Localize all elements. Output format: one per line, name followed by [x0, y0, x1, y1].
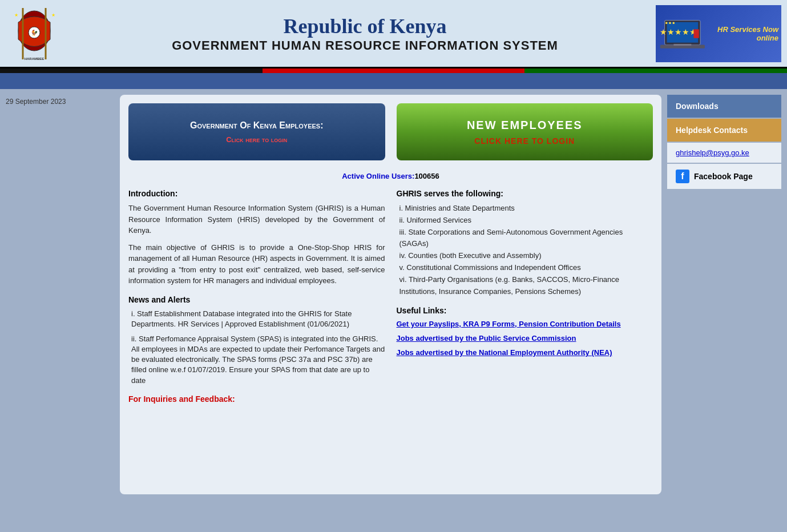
useful-links-title: Useful Links:: [397, 306, 653, 315]
system-title: GOVERNMENT HUMAN RESOURCE INFORMATION SY…: [74, 38, 656, 53]
list-item: i. Staff Establishment Database integrat…: [128, 309, 385, 329]
right-sidebar: Downloads Helpdesk Contacts ghrishelp@ps…: [667, 95, 781, 494]
helpdesk-button[interactable]: Helpdesk Contacts: [667, 119, 781, 142]
list-item: iv. Counties (both Executive and Assembl…: [397, 250, 653, 262]
svg-text:★: ★: [51, 13, 55, 18]
list-item: ii. Uniformed Services: [397, 215, 653, 227]
svg-text:★: ★: [14, 13, 18, 18]
list-item: iii. State Corporations and Semi-Autonom…: [397, 227, 653, 251]
coat-of-arms: 🐓 ★ ★ HARAMBEE: [6, 5, 63, 62]
content-area: Government Of Kenya Employees: Click her…: [120, 95, 661, 494]
facebook-label: Facebook Page: [694, 172, 753, 181]
news-title: News and Alerts: [128, 295, 385, 304]
right-column: GHRIS serves the following: i. Ministrie…: [397, 189, 653, 404]
flag-stripe: [0, 68, 787, 73]
list-item: ii. Staff Perfomance Appraisal System (S…: [128, 334, 385, 386]
left-column: Introduction: The Government Human Resou…: [128, 189, 385, 404]
date-label: 29 September 2023: [6, 95, 114, 108]
employee-login-title: Government Of Kenya Employees:: [190, 120, 323, 131]
svg-text:HARAMBEE: HARAMBEE: [25, 57, 45, 61]
banner-text: HR Services Now online: [709, 22, 781, 45]
list-item: vi. Third-Party Organisations (e.g. Bank…: [397, 274, 653, 298]
list-item: v. Constitutional Commissions and Indepe…: [397, 262, 653, 274]
intro-para1: The Government Human Resource Informatio…: [128, 203, 385, 236]
ghris-serves-title: GHRIS serves the following:: [397, 189, 653, 198]
active-users-label: Active Online Users:: [342, 172, 414, 180]
new-employee-click: CLICK HERE TO LOGIN: [474, 136, 575, 146]
inquiries-title: For Inquiries and Feedback:: [128, 394, 385, 404]
downloads-button[interactable]: Downloads: [667, 95, 781, 118]
serves-list: i. Ministries and State Departments ii. …: [397, 203, 653, 297]
new-employee-title: NEW EMPLOYEES: [467, 119, 583, 132]
payslips-link[interactable]: Get your Payslips, KRA P9 Forms, Pension…: [397, 320, 653, 328]
facebook-icon: f: [676, 170, 689, 183]
republic-title: Republic of Kenya: [74, 14, 656, 38]
flag-red: [263, 68, 525, 73]
svg-rect-12: [673, 22, 675, 23]
left-sidebar: 29 September 2023: [6, 95, 114, 494]
page-header: 🐓 ★ ★ HARAMBEE Republic of Kenya GOVERNM…: [0, 0, 787, 68]
main-layout: 29 September 2023 Government Of Kenya Em…: [0, 89, 787, 500]
svg-rect-16: [693, 29, 699, 38]
active-users-bar: Active Online Users:100656: [128, 172, 653, 180]
header-banner: ★★★★★ HR Services Now online: [656, 5, 781, 62]
svg-text:🐓: 🐓: [31, 29, 38, 37]
employee-login-button[interactable]: Government Of Kenya Employees: Click her…: [128, 103, 385, 160]
svg-rect-10: [665, 22, 667, 23]
active-users-count: 100656: [414, 172, 439, 180]
useful-links-section: Useful Links: Get your Payslips, KRA P9 …: [397, 306, 653, 357]
navbar: [0, 73, 787, 89]
two-col-section: Introduction: The Government Human Resou…: [128, 189, 653, 404]
login-buttons-row: Government Of Kenya Employees: Click her…: [128, 103, 653, 160]
news-list: i. Staff Establishment Database integrat…: [128, 309, 385, 386]
news-section: News and Alerts i. Staff Establishment D…: [128, 295, 385, 386]
nea-jobs-link[interactable]: Jobs advertised by the National Employme…: [397, 348, 653, 357]
employee-login-click: Click here to login: [226, 135, 287, 144]
svg-rect-11: [669, 22, 671, 23]
intro-title: Introduction:: [128, 189, 385, 198]
flag-green: [524, 68, 787, 73]
svg-rect-14: [673, 43, 691, 45]
new-employee-login-button[interactable]: NEW EMPLOYEES CLICK HERE TO LOGIN: [397, 103, 653, 160]
psc-jobs-link[interactable]: Jobs advertised by the Public Service Co…: [397, 334, 653, 342]
facebook-link[interactable]: f Facebook Page: [667, 164, 781, 189]
intro-para2: The main objective of GHRIS is to provid…: [128, 242, 385, 287]
svg-text:★★★★★: ★★★★★: [660, 27, 697, 36]
list-item: i. Ministries and State Departments: [397, 203, 653, 215]
header-title: Republic of Kenya GOVERNMENT HUMAN RESOU…: [74, 14, 656, 53]
flag-black: [0, 68, 263, 73]
helpdesk-email[interactable]: ghrishelp@psyg.go.ke: [667, 143, 781, 163]
